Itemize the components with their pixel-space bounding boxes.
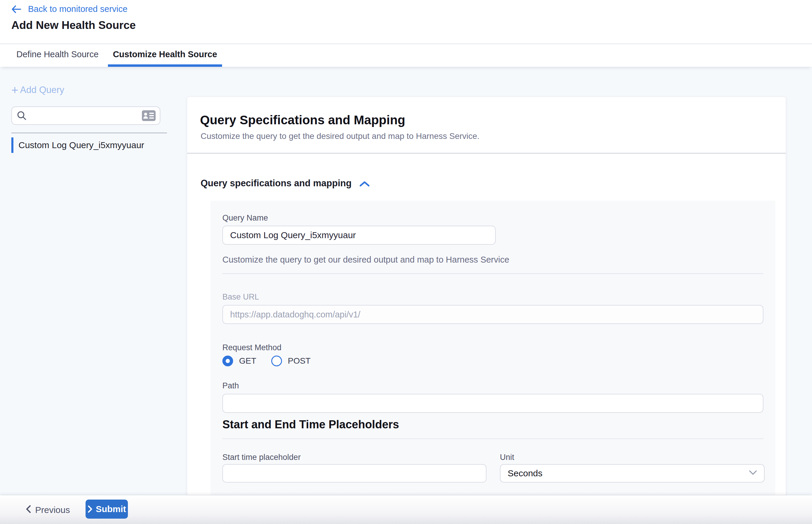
query-spec-panel: Query Name Customize the query to get ou… xyxy=(210,201,775,495)
query-list-item[interactable]: Custom Log Query_i5xmyyuaur xyxy=(11,137,172,153)
query-name-helper: Customize the query to get our desired o… xyxy=(222,255,509,265)
request-method-radio-group: GET POST xyxy=(222,356,311,366)
search-icon xyxy=(17,111,27,121)
card-title: Query Specifications and Mapping xyxy=(200,113,405,127)
chevron-left-icon xyxy=(25,505,32,515)
radio-circle-icon xyxy=(222,356,233,366)
query-spec-card: Query Specifications and Mapping Customi… xyxy=(187,97,786,495)
start-time-label: Start time placeholder xyxy=(222,453,301,462)
tab-customize-health-source[interactable]: Customize Health Source xyxy=(108,44,222,67)
back-link[interactable]: Back to monitored service xyxy=(11,4,128,14)
page-header: Back to monitored service Add New Health… xyxy=(0,0,812,44)
radio-circle-icon xyxy=(271,356,282,366)
chevron-down-icon xyxy=(748,470,758,477)
section-header: Query specifications and mapping xyxy=(200,178,370,189)
radio-option-post[interactable]: POST xyxy=(271,356,311,366)
back-link-label: Back to monitored service xyxy=(28,4,128,14)
unit-select[interactable]: Seconds xyxy=(500,464,765,482)
radio-get-label: GET xyxy=(239,356,256,366)
selected-indicator-bar xyxy=(11,137,13,153)
previous-button[interactable]: Previous xyxy=(25,503,70,518)
page-title: Add New Health Source xyxy=(11,19,136,32)
section-title: Query specifications and mapping xyxy=(200,178,352,189)
wizard-footer: Previous Submit xyxy=(0,495,812,524)
sidebar-divider xyxy=(11,133,167,133)
radio-option-get[interactable]: GET xyxy=(222,356,256,366)
card-header-divider xyxy=(187,153,786,153)
radio-post-label: POST xyxy=(288,356,311,366)
tab-define-health-source[interactable]: Define Health Source xyxy=(11,44,104,67)
plus-icon: + xyxy=(11,84,18,96)
query-name-label: Query Name xyxy=(222,213,268,223)
path-label: Path xyxy=(222,381,239,391)
start-time-input[interactable] xyxy=(222,464,486,482)
back-arrow-icon xyxy=(11,4,21,14)
chevron-up-icon[interactable] xyxy=(359,179,370,187)
query-name-input[interactable] xyxy=(222,226,496,245)
unit-select-value: Seconds xyxy=(508,468,542,478)
add-health-source-page: Back to monitored service Add New Health… xyxy=(0,0,812,524)
health-source-tabs: Define Health Source Customize Health So… xyxy=(0,44,812,67)
time-placeholders-heading: Start and End Time Placeholders xyxy=(222,418,399,431)
query-item-label: Custom Log Query_i5xmyyuaur xyxy=(18,140,144,150)
search-input[interactable] xyxy=(31,111,142,120)
unit-label: Unit xyxy=(500,453,514,462)
id-card-icon[interactable] xyxy=(142,110,156,121)
request-method-label: Request Method xyxy=(222,343,281,352)
base-url-input[interactable] xyxy=(222,305,763,324)
query-search-box xyxy=(11,107,160,125)
add-query-label: Add Query xyxy=(20,85,64,95)
query-sidebar: + Add Query Custom Log Query_i5xmyyuaur xyxy=(0,67,187,495)
previous-button-label: Previous xyxy=(35,505,70,515)
submit-button-label: Submit xyxy=(96,504,126,514)
form-divider xyxy=(222,439,763,439)
chevron-right-icon xyxy=(87,505,93,513)
form-divider xyxy=(222,273,763,274)
add-query-button[interactable]: + Add Query xyxy=(11,84,64,96)
path-input[interactable] xyxy=(222,394,763,413)
card-subtitle: Customize the query to get the desired o… xyxy=(200,131,479,141)
base-url-label: Base URL xyxy=(222,292,259,302)
submit-button[interactable]: Submit xyxy=(85,500,128,519)
